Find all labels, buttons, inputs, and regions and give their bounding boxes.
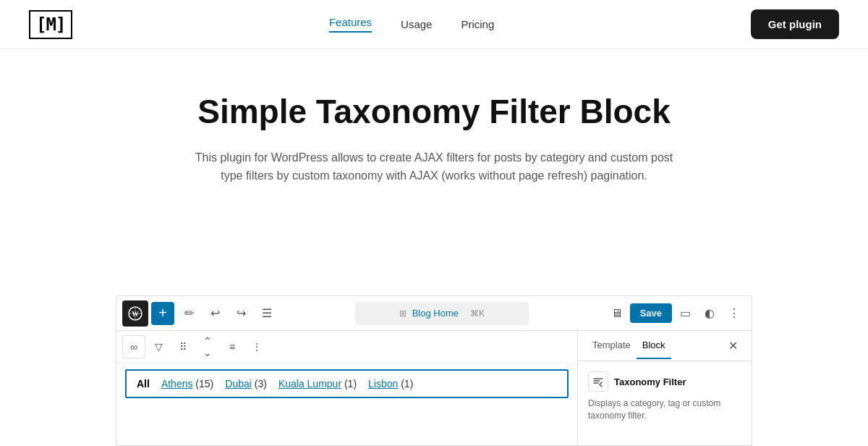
- block-drag-button[interactable]: ⠿: [171, 335, 195, 358]
- block-type-name: Taxonomy Filter: [614, 376, 686, 387]
- editor-toolbar: W + ✏ ↩ ↪ ☰ ⊞ Blog Home ⌘K 🖥 Sav: [116, 295, 752, 330]
- filter-block: All Athens (15) Dubai (3) Kuala Lumpur (…: [125, 369, 569, 398]
- filter-kuala-lumpur-link[interactable]: Kuala Lumpur: [278, 378, 341, 390]
- contrast-icon: ◐: [705, 306, 715, 320]
- redo-icon: ↪: [237, 306, 246, 320]
- block-type-icon: [588, 371, 608, 392]
- grid-icon: ⊞: [399, 308, 407, 319]
- block-move-button[interactable]: ⌃⌄: [196, 335, 219, 358]
- wordpress-button[interactable]: W: [122, 300, 148, 327]
- nav-link-features[interactable]: Features: [329, 16, 372, 33]
- block-more-button[interactable]: ⋮: [245, 335, 268, 358]
- undo-icon: ↩: [210, 306, 220, 320]
- filter-kuala-lumpur[interactable]: Kuala Lumpur (1): [278, 378, 357, 390]
- arrows-icon: ⌃⌄: [203, 335, 212, 358]
- add-block-button[interactable]: +: [151, 302, 174, 325]
- filter-dubai[interactable]: Dubai (3): [225, 378, 267, 390]
- filter-athens-link[interactable]: Athens: [161, 378, 193, 390]
- preview-button[interactable]: 🖥: [605, 302, 629, 325]
- undo-button[interactable]: ↩: [203, 302, 226, 325]
- editor-body: ∞ ▽ ⠿ ⌃⌄ ≡ ⋮: [116, 330, 752, 446]
- block-filter-button[interactable]: ▽: [147, 335, 170, 358]
- editor-side-panel: Template Block ✕ Taxonomy Filter Display…: [578, 331, 752, 445]
- tab-template[interactable]: Template: [587, 332, 637, 359]
- save-button[interactable]: Save: [630, 303, 672, 323]
- dots-icon: ⋮: [252, 341, 262, 353]
- desktop-icon: 🖥: [611, 307, 623, 320]
- block-link-button[interactable]: ∞: [122, 335, 145, 358]
- sidebar-icon: ▭: [680, 306, 691, 320]
- filter-dubai-link[interactable]: Dubai: [225, 378, 252, 390]
- get-plugin-button[interactable]: Get plugin: [751, 9, 839, 39]
- link-icon: ∞: [130, 341, 137, 353]
- filter-all[interactable]: All: [137, 378, 150, 390]
- hero-section: Simple Taxonomy Filter Block This plugin…: [0, 49, 868, 214]
- hero-description: This plugin for WordPress allows to crea…: [188, 148, 680, 185]
- editor-content-area: ∞ ▽ ⠿ ⌃⌄ ≡ ⋮: [116, 331, 578, 445]
- tab-block[interactable]: Block: [637, 332, 671, 359]
- filter-icon: ▽: [155, 341, 163, 353]
- filter-lisbon-link[interactable]: Lisbon: [368, 378, 398, 390]
- filter-items-list: All Athens (15) Dubai (3) Kuala Lumpur (…: [137, 378, 557, 390]
- align-icon: ≡: [229, 341, 235, 353]
- more-options-button[interactable]: ⋮: [723, 302, 746, 325]
- ellipsis-icon: ⋮: [728, 306, 740, 320]
- plus-icon: +: [158, 305, 167, 321]
- panel-tabs: Template Block ✕: [578, 331, 752, 361]
- tools-button[interactable]: ✏: [177, 302, 200, 325]
- keyboard-shortcut: ⌘K: [470, 308, 485, 319]
- block-toolbar: ∞ ▽ ⠿ ⌃⌄ ≡ ⋮: [116, 331, 577, 363]
- hero-title: Simple Taxonomy Filter Block: [14, 93, 854, 131]
- filter-lisbon[interactable]: Lisbon (1): [368, 378, 413, 390]
- drag-icon: ⠿: [179, 341, 187, 353]
- url-text: Blog Home: [412, 308, 459, 319]
- filter-athens[interactable]: Athens (15): [161, 378, 213, 390]
- panel-close-button[interactable]: ✕: [723, 336, 743, 356]
- list-icon: ☰: [262, 306, 272, 320]
- toolbar-right-icons: 🖥 Save ▭ ◐ ⋮: [605, 302, 746, 325]
- panel-body: Taxonomy Filter Displays a category, tag…: [578, 361, 752, 432]
- pencil-icon: ✏: [184, 306, 194, 320]
- navigation: [M] Features Usage Pricing Get plugin: [0, 0, 868, 49]
- panel-block-header: Taxonomy Filter: [588, 371, 741, 392]
- sidebar-toggle-button[interactable]: ▭: [673, 302, 697, 325]
- redo-button[interactable]: ↪: [229, 302, 252, 325]
- nav-links: Features Usage Pricing: [329, 16, 494, 33]
- nav-link-usage[interactable]: Usage: [401, 18, 432, 30]
- block-align-button[interactable]: ≡: [221, 335, 244, 358]
- contrast-button[interactable]: ◐: [698, 302, 721, 325]
- nav-link-pricing[interactable]: Pricing: [461, 18, 494, 30]
- svg-text:W: W: [132, 310, 139, 318]
- url-bar[interactable]: ⊞ Blog Home ⌘K: [355, 302, 529, 325]
- logo: [M]: [29, 10, 72, 39]
- block-type-description: Displays a category, tag or custom taxon…: [588, 397, 741, 422]
- list-view-button[interactable]: ☰: [255, 302, 278, 325]
- editor-mockup: W + ✏ ↩ ↪ ☰ ⊞ Blog Home ⌘K 🖥 Sav: [116, 295, 752, 446]
